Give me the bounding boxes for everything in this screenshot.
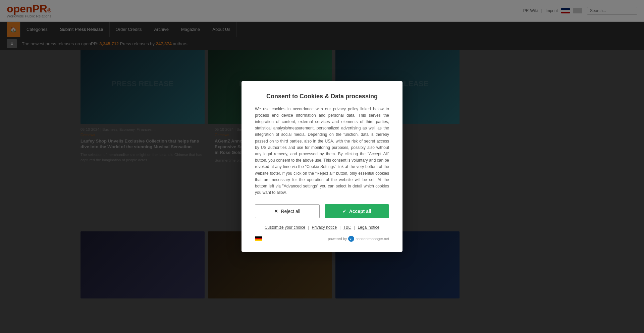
privacy-notice-link[interactable]: Privacy notice	[312, 225, 337, 230]
reject-all-button[interactable]: ✕ Reject all	[255, 204, 320, 218]
modal-footer: powered by c consentmanager.net	[255, 236, 389, 242]
check-icon: ✓	[342, 209, 346, 214]
tc-link[interactable]: T&C	[343, 225, 351, 230]
modal-title: Consent to Cookies & Data processing	[255, 93, 389, 100]
cookie-consent-modal: Consent to Cookies & Data processing We …	[241, 81, 402, 252]
modal-overlay: Consent to Cookies & Data processing We …	[0, 0, 644, 333]
consentmanager-logo: powered by c consentmanager.net	[328, 236, 389, 242]
ui-layer: openPR® Worldwide Public Relations PR-Wi…	[0, 0, 644, 333]
consentmanager-name: consentmanager.net	[356, 237, 389, 241]
powered-by	[255, 236, 262, 241]
modal-links: Customize your choice | Privacy notice |…	[255, 225, 389, 230]
accept-all-button[interactable]: ✓ Accept all	[325, 204, 389, 218]
modal-buttons: ✕ Reject all ✓ Accept all	[255, 204, 389, 218]
page-wrapper: PRESS RELEASE PRESS RELEASE PRESS RELEAS…	[0, 0, 644, 333]
flag-de-icon	[255, 236, 262, 241]
modal-body: We use cookies in accordance with our pr…	[255, 106, 389, 196]
customize-choice-link[interactable]: Customize your choice	[265, 225, 305, 230]
legal-notice-link[interactable]: Legal notice	[358, 225, 379, 230]
powered-by-text: powered by	[328, 237, 347, 241]
x-icon: ✕	[274, 209, 278, 214]
